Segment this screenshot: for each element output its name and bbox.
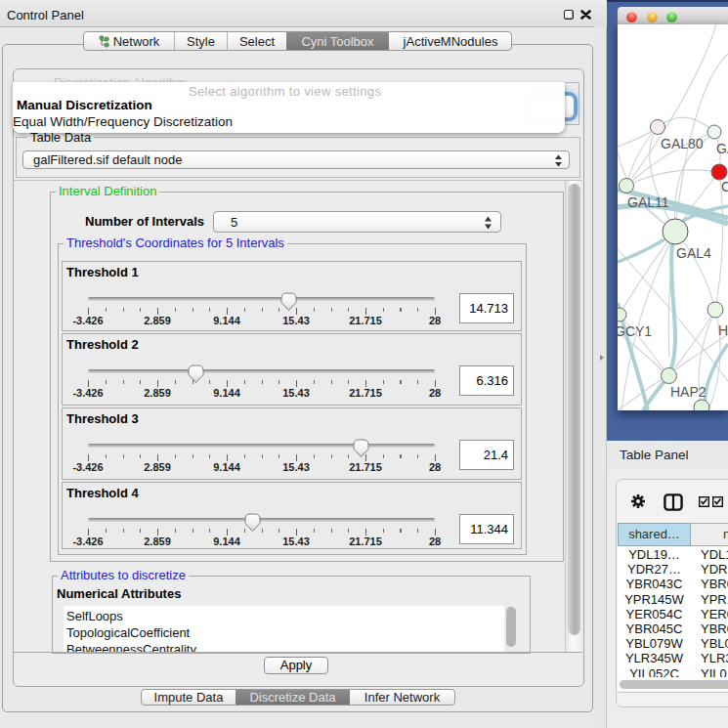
- svg-text:GAL80: GAL80: [661, 136, 704, 151]
- svg-text:GA: GA: [716, 141, 728, 156]
- svg-text:GAL4: GAL4: [676, 245, 711, 261]
- svg-text:GCY1: GCY1: [618, 323, 652, 339]
- svg-text:HAP2: HAP2: [670, 384, 707, 400]
- svg-text:HI: HI: [718, 322, 728, 338]
- svg-text:GAL11: GAL11: [627, 194, 669, 210]
- svg-text:CR: CR: [721, 179, 728, 194]
